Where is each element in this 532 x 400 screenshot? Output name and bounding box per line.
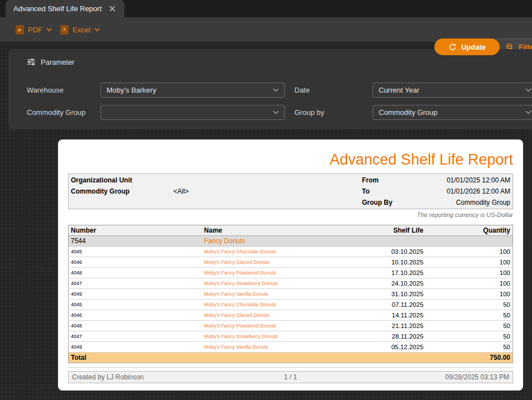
- commodity-group-label: Commodity Group: [27, 105, 85, 120]
- page-number: 1 / 1: [217, 373, 363, 381]
- currency-note: The reporting currency is US-Dollar: [68, 211, 513, 218]
- item-number: 4045: [69, 299, 202, 310]
- excel-file-icon: x: [60, 25, 69, 35]
- chevron-down-icon: [273, 110, 279, 114]
- item-quantity: 100: [425, 257, 512, 267]
- item-name-link[interactable]: Moby's Fancy Strawberry Donuts: [202, 331, 343, 341]
- warehouse-select-value: Moby's Barkery: [107, 86, 273, 94]
- excel-button-label: Excel: [72, 26, 90, 34]
- item-quantity: 100: [425, 246, 512, 257]
- table-row: 4047 Moby's Fancy Strawberry Donuts 28.1…: [69, 331, 513, 341]
- from-value: 01/01/2025 12:00 AM: [429, 176, 510, 184]
- table-row: 4047 Moby's Fancy Strawberry Donuts 24.1…: [69, 278, 513, 288]
- item-shelf-life: 05.12.2025: [343, 341, 425, 352]
- item-number: 4045: [69, 246, 202, 257]
- item-shelf-life: 21.11.2025: [343, 320, 425, 331]
- group-by-select-value: Commodity Group: [379, 108, 525, 117]
- from-label: From: [362, 176, 429, 184]
- item-number: 4047: [69, 278, 202, 288]
- warehouse-select[interactable]: Moby's Barkery: [100, 83, 285, 98]
- table-row: 4046 Moby's Fancy Glazed Donuts 10.10.20…: [69, 257, 513, 267]
- item-number: 4048: [69, 267, 202, 278]
- app-window: Advanced Shelf Life Report PDF x Excel U…: [0, 0, 532, 400]
- total-row: Total 750.00: [69, 352, 513, 363]
- total-value: 750.00: [425, 352, 512, 363]
- chevron-down-icon: [525, 110, 531, 114]
- date-select-value: Current Year: [379, 86, 525, 94]
- table-row: 4049 Moby's Fancy Vanilla Donuts 31.10.2…: [69, 288, 513, 299]
- footer-separator: [68, 367, 513, 368]
- col-header-number: Number: [69, 225, 202, 235]
- parameter-panel-title: Parameter: [41, 58, 75, 66]
- item-name-link[interactable]: Moby's Fancy Powdered Donuts: [202, 267, 343, 278]
- chevron-down-icon: [46, 28, 52, 32]
- item-name-link[interactable]: Moby's Fancy Glazed Donuts: [202, 257, 343, 267]
- report-title: Advanced Shelf Life Report: [68, 152, 513, 168]
- chevron-down-icon: [94, 28, 100, 32]
- report-footer: Created by LJ Robinson 1 / 1 09/28/2025 …: [68, 371, 513, 383]
- group-by-label: Group by: [294, 105, 324, 120]
- group-name-link[interactable]: Fancy Donuts: [202, 235, 343, 246]
- shelf-life-table: Number Name Shelf Life Quantity 7544 Fan…: [68, 225, 513, 363]
- item-number: 4046: [69, 310, 202, 320]
- col-header-quantity: Quantity: [425, 225, 512, 235]
- tab-bar: Advanced Shelf Life Report: [0, 0, 532, 17]
- item-number: 4046: [69, 257, 202, 267]
- item-shelf-life: 28.11.2025: [343, 331, 425, 341]
- created-by: Created by LJ Robinson: [72, 373, 217, 381]
- item-shelf-life: 07.11.2025: [343, 299, 425, 310]
- pdf-export-button[interactable]: PDF: [16, 17, 52, 42]
- report-header-box: Organizational Unit From 01/01/2025 12:0…: [68, 174, 513, 209]
- item-quantity: 50: [425, 320, 512, 331]
- parameter-panel: Parameter Warehouse Moby's Barkery Date …: [8, 49, 532, 129]
- item-name-link[interactable]: Moby's Fancy Vanilla Donuts: [202, 288, 343, 299]
- parameter-panel-header: Parameter: [27, 57, 75, 66]
- date-select[interactable]: Current Year: [373, 83, 532, 98]
- item-quantity: 50: [425, 299, 512, 310]
- item-quantity: 100: [425, 278, 512, 288]
- org-unit-label: Organizational Unit: [71, 176, 173, 184]
- to-value: 01/01/2026 12:00 AM: [429, 187, 510, 195]
- commodity-group-select[interactable]: [100, 105, 285, 120]
- table-row: 4045 Moby's Fancy Chocolate Donuts 07.11…: [69, 299, 513, 310]
- item-number: 4048: [69, 320, 202, 331]
- col-header-shelf-life: Shelf Life: [343, 225, 425, 235]
- sliders-icon: [27, 57, 36, 66]
- table-row: 4048 Moby's Fancy Powdered Donuts 17.10.…: [69, 267, 513, 278]
- item-shelf-life: 14.11.2025: [343, 310, 425, 320]
- toolbar: PDF x Excel Update Filter: [0, 17, 532, 42]
- item-name-link[interactable]: Moby's Fancy Chocolate Donuts: [202, 246, 343, 257]
- item-number: 4047: [69, 331, 202, 341]
- table-header-row: Number Name Shelf Life Quantity: [69, 225, 513, 235]
- item-name-link[interactable]: Moby's Fancy Glazed Donuts: [202, 310, 343, 320]
- table-row: 4046 Moby's Fancy Glazed Donuts 14.11.20…: [69, 310, 513, 320]
- table-row: 4045 Moby's Fancy Chocolate Donuts 03.10…: [69, 246, 513, 257]
- group-by-select[interactable]: Commodity Group: [373, 105, 532, 120]
- chevron-down-icon: [525, 88, 531, 92]
- item-shelf-life: 03.10.2025: [343, 246, 425, 257]
- excel-export-button[interactable]: x Excel: [60, 17, 100, 42]
- tab-advanced-shelf-life-report[interactable]: Advanced Shelf Life Report: [6, 0, 124, 17]
- update-button-label: Update: [461, 43, 486, 51]
- item-number: 4049: [69, 341, 202, 352]
- commodity-group-header-label: Commodity Group: [71, 187, 173, 195]
- group-row: 7544 Fancy Donuts: [69, 235, 513, 246]
- item-name-link[interactable]: Moby's Fancy Powdered Donuts: [202, 320, 343, 331]
- group-by-header-label: Group By: [362, 199, 429, 206]
- item-quantity: 50: [425, 341, 512, 352]
- item-shelf-life: 10.10.2025: [343, 257, 425, 267]
- item-shelf-life: 31.10.2025: [343, 288, 425, 299]
- item-shelf-life: 17.10.2025: [343, 267, 425, 278]
- item-name-link[interactable]: Moby's Fancy Chocolate Donuts: [202, 299, 343, 310]
- close-icon[interactable]: [109, 6, 115, 12]
- table-row: 4048 Moby's Fancy Powdered Donuts 21.11.…: [69, 320, 513, 331]
- item-number: 4049: [69, 288, 202, 299]
- group-number: 7544: [69, 235, 202, 246]
- item-name-link[interactable]: Moby's Fancy Strawberry Donuts: [202, 278, 343, 288]
- table-row: 4049 Moby's Fancy Vanilla Donuts 05.12.2…: [69, 341, 513, 352]
- warehouse-label: Warehouse: [27, 83, 64, 98]
- item-quantity: 100: [425, 288, 512, 299]
- commodity-group-header-value: <All>: [173, 187, 362, 195]
- item-name-link[interactable]: Moby's Fancy Vanilla Donuts: [202, 341, 343, 352]
- update-button[interactable]: Update: [434, 38, 500, 55]
